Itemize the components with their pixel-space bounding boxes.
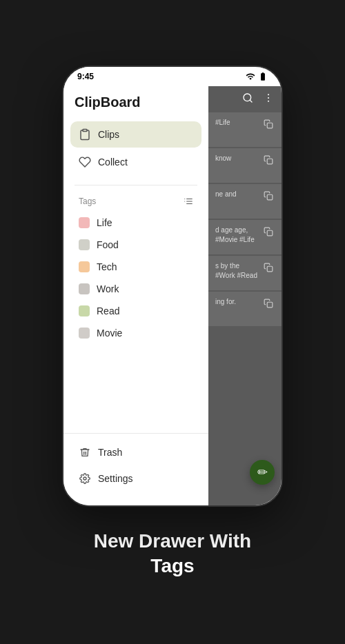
tag-item-read[interactable]: Read	[70, 300, 201, 322]
svg-point-9	[268, 94, 269, 95]
clip-copy-icon-3[interactable]	[264, 227, 275, 238]
clip-copy-icon-1[interactable]	[264, 155, 275, 166]
nav-item-collect[interactable]: Collect	[70, 149, 201, 175]
settings-label: Settings	[98, 473, 133, 484]
clip-item-2[interactable]: ne and	[208, 184, 282, 219]
clip-text-3: d age age, #Movie #Life	[215, 225, 261, 245]
clip-text-1: know	[215, 154, 261, 163]
trash-label: Trash	[98, 447, 122, 458]
nav-divider	[75, 185, 197, 185]
svg-line-8	[250, 100, 252, 102]
clip-text-2: ne and	[215, 190, 261, 199]
tag-label-tech: Tech	[97, 261, 117, 272]
tag-label-work: Work	[97, 283, 119, 294]
clip-item-1[interactable]: know	[208, 148, 282, 183]
clip-copy-icon-2[interactable]	[264, 191, 275, 202]
clips-icon	[79, 128, 91, 141]
tag-label-food: Food	[97, 239, 119, 250]
clip-text-5: ing for.	[215, 297, 261, 307]
clip-item-3[interactable]: d age age, #Movie #Life	[208, 220, 282, 254]
bottom-line1: New Drawer With	[94, 530, 251, 552]
clip-copy-icon-5[interactable]	[264, 299, 275, 310]
clips-label: Clips	[98, 129, 119, 140]
tag-label-life: Life	[97, 217, 112, 228]
collect-icon	[79, 156, 91, 168]
trash-icon	[79, 446, 91, 459]
signal-icon	[246, 72, 255, 81]
tag-label-read: Read	[97, 305, 119, 316]
svg-rect-13	[267, 159, 273, 164]
clips-list: #Lifeknowne andd age age, #Movie #Lifes …	[208, 110, 282, 505]
clip-copy-icon-4[interactable]	[264, 263, 275, 274]
drawer-panel: ClipBoard Clips	[63, 67, 208, 505]
svg-rect-17	[267, 302, 273, 308]
bottom-promo: New Drawer With Tags	[94, 529, 251, 579]
collect-label: Collect	[98, 157, 128, 168]
svg-rect-12	[267, 123, 273, 128]
more-button[interactable]	[261, 90, 276, 105]
clip-item-5[interactable]: ing for.	[208, 292, 282, 326]
drawer-footer: Trash Settings	[63, 433, 208, 505]
status-bar: 9:45	[63, 67, 282, 86]
tag-item-work[interactable]: Work	[70, 278, 201, 300]
svg-rect-16	[267, 266, 273, 272]
tag-item-life[interactable]: Life	[70, 212, 201, 234]
svg-rect-15	[267, 230, 273, 236]
tag-list: LifeFoodTechWorkReadMovie	[70, 212, 201, 344]
phone-screen: ClipBoard Clips	[63, 67, 282, 505]
phone-frame: 9:45 ClipBoard	[62, 66, 283, 507]
clip-copy-icon-0[interactable]	[264, 119, 275, 130]
svg-point-11	[268, 100, 269, 101]
svg-rect-14	[267, 194, 273, 200]
search-button[interactable]	[240, 90, 255, 105]
fab-icon: ✏	[257, 465, 268, 480]
tags-edit-icon[interactable]	[184, 197, 193, 206]
trash-item[interactable]: Trash	[70, 439, 201, 465]
tag-label-movie: Movie	[97, 328, 122, 339]
tags-header: Tags	[70, 194, 201, 212]
tag-color-life	[79, 217, 90, 228]
drawer-header: ClipBoard	[63, 86, 208, 116]
tag-color-movie	[79, 328, 90, 339]
tag-color-read	[79, 305, 90, 316]
status-time: 9:45	[77, 72, 94, 81]
clip-text-0: #Life	[215, 118, 261, 128]
tag-color-work	[79, 283, 90, 294]
drawer-nav: Clips Collect	[63, 116, 208, 182]
bottom-line2: Tags	[150, 555, 194, 576]
svg-rect-0	[83, 129, 87, 131]
main-panel: #Lifeknowne andd age age, #Movie #Lifes …	[208, 67, 282, 505]
main-toolbar	[208, 86, 282, 110]
tag-color-food	[79, 239, 90, 250]
battery-icon	[258, 72, 268, 81]
fab-button[interactable]: ✏	[250, 460, 275, 485]
status-icons	[246, 72, 268, 81]
settings-item[interactable]: Settings	[70, 465, 201, 492]
settings-icon	[79, 472, 91, 485]
clip-item-4[interactable]: s by the #Work #Read	[208, 256, 282, 290]
svg-point-10	[268, 97, 269, 99]
nav-item-clips[interactable]: Clips	[70, 121, 201, 148]
tag-item-movie[interactable]: Movie	[70, 322, 201, 344]
tag-item-food[interactable]: Food	[70, 234, 201, 256]
tag-item-tech[interactable]: Tech	[70, 256, 201, 278]
svg-point-6	[83, 477, 86, 480]
tag-color-tech	[79, 261, 90, 272]
tags-section: Tags LifeFoodTechWorkReadMovie	[63, 188, 208, 433]
app-title: ClipBoard	[75, 94, 141, 110]
tags-section-label: Tags	[79, 197, 96, 206]
clip-item-0[interactable]: #Life	[208, 112, 282, 147]
clip-text-4: s by the #Work #Read	[215, 261, 261, 281]
